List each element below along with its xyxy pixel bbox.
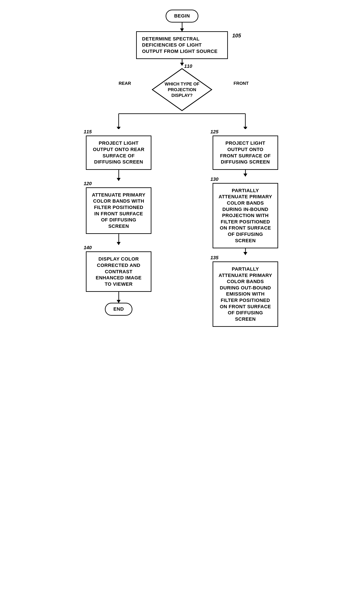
ref-140: 140: [84, 245, 92, 250]
node-125: PROJECT LIGHT OUTPUT ONTO FRONT SURFACE …: [213, 136, 278, 170]
node-130: PARTIALLY ATTENUATE PRIMARY COLOR BANDS …: [213, 183, 278, 248]
ref-135: 135: [210, 255, 219, 261]
ref-125: 125: [210, 129, 219, 135]
flowchart: BEGIN DETERMINE SPECTRAL DEFICIENCIES OF…: [84, 9, 280, 327]
rear-label: REAR: [119, 81, 131, 86]
node-105: DETERMINE SPECTRAL DEFICIENCIES OF LIGHT…: [136, 31, 228, 59]
branch-arrows: [84, 111, 280, 129]
ref-120: 120: [84, 181, 92, 186]
begin-node: BEGIN: [166, 10, 198, 22]
front-label: FRONT: [234, 81, 249, 86]
svg-marker-3: [117, 127, 121, 129]
ref-105: 105: [232, 33, 241, 39]
end-node: END: [105, 303, 132, 316]
svg-marker-6: [243, 127, 247, 129]
node-120: ATTENUATE PRIMARY COLOR BANDS WITH FILTE…: [86, 187, 151, 234]
node-135: PARTIALLY ATTENUATE PRIMARY COLOR BANDS …: [213, 262, 278, 327]
node-115: PROJECT LIGHT OUTPUT ONTO REAR SURFACE O…: [86, 136, 151, 170]
node-110: WHICH TYPE OF PROJECTION DISPLAY?: [151, 68, 213, 111]
ref-115: 115: [84, 129, 92, 135]
node-140: DISPLAY COLOR CORRECTED AND CONTRAST ENH…: [86, 251, 151, 292]
ref-130: 130: [210, 177, 219, 182]
